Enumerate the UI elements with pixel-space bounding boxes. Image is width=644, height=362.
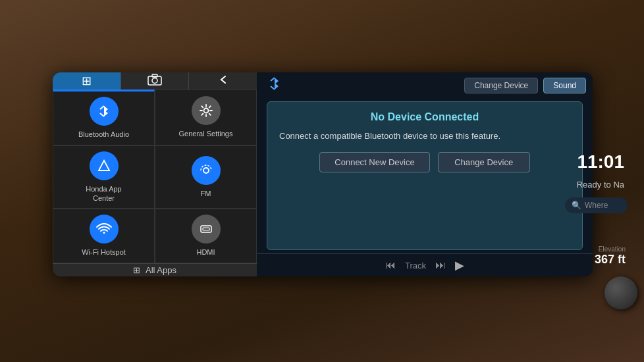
all-apps-label: All Apps xyxy=(146,265,176,275)
fm-icon xyxy=(192,156,221,185)
elevation-label: Elevation xyxy=(595,246,626,253)
dialog-body: Connect a compatible Bluetooth device to… xyxy=(279,130,570,143)
top-icon-row: ⊞ xyxy=(53,72,257,90)
screen-mirror-button[interactable]: ⊞ xyxy=(53,72,121,90)
menu-item-honda-app-center[interactable]: Honda AppCenter xyxy=(53,145,155,209)
bluetooth-audio-label: Bluetooth Audio xyxy=(78,130,129,139)
track-label: Track xyxy=(405,261,426,271)
wifi-hotspot-icon xyxy=(90,215,119,244)
main-content-panel: Change Device Sound No Device Connected … xyxy=(257,72,593,276)
volume-dial[interactable] xyxy=(604,276,637,309)
infotainment-screen: ⊞ xyxy=(53,72,593,276)
menu-grid: Bluetooth Audio General Settings Ho xyxy=(53,90,257,263)
all-apps-icon: ⊞ xyxy=(133,265,140,275)
menu-item-wifi-hotspot[interactable]: Wi-Fi Hotspot xyxy=(53,209,155,263)
change-device-button[interactable]: Change Device xyxy=(438,152,530,172)
wifi-hotspot-label: Wi-Fi Hotspot xyxy=(82,247,126,257)
hdmi-icon xyxy=(192,215,221,244)
svg-rect-6 xyxy=(203,228,209,230)
bluetooth-status-icon xyxy=(269,76,281,94)
next-track-button[interactable]: ⏭ xyxy=(435,259,446,271)
back-button[interactable] xyxy=(189,72,257,90)
all-apps-bar[interactable]: ⊞ All Apps xyxy=(53,263,257,276)
menu-item-bluetooth-audio[interactable]: Bluetooth Audio xyxy=(53,90,155,145)
general-settings-icon xyxy=(192,96,221,125)
dialog-title: No Device Connected xyxy=(279,111,570,123)
general-settings-label: General Settings xyxy=(179,129,233,138)
svg-point-1 xyxy=(152,78,157,83)
menu-item-general-settings[interactable]: General Settings xyxy=(155,90,257,145)
fm-label: FM xyxy=(201,189,211,198)
svg-point-3 xyxy=(203,109,208,113)
play-button[interactable]: ▶ xyxy=(455,258,464,272)
bluetooth-audio-icon xyxy=(90,97,119,126)
change-device-top-button[interactable]: Change Device xyxy=(464,78,538,93)
no-device-dialog: No Device Connected Connect a compatible… xyxy=(267,101,583,250)
hdmi-label: HDMI xyxy=(196,247,215,257)
camera-icon xyxy=(148,74,162,89)
elevation-display: Elevation 367 ft xyxy=(595,246,626,267)
prev-track-button[interactable]: ⏮ xyxy=(385,259,396,271)
elevation-value: 367 ft xyxy=(595,253,626,267)
track-bar: ⏮ Track ⏭ ▶ xyxy=(257,253,593,276)
main-top-bar: Change Device Sound xyxy=(257,72,593,98)
menu-item-fm[interactable]: FM xyxy=(155,145,257,209)
clock-display: 11:01 xyxy=(577,151,624,172)
svg-point-4 xyxy=(203,168,209,173)
back-icon xyxy=(216,74,230,89)
camera-button[interactable] xyxy=(121,72,190,90)
left-menu-panel: ⊞ xyxy=(53,72,257,276)
nav-search-bar[interactable]: 🔍 Where xyxy=(565,197,628,213)
connect-new-device-button[interactable]: Connect New Device xyxy=(319,152,429,172)
honda-app-label: Honda AppCenter xyxy=(86,184,121,203)
honda-app-icon xyxy=(90,151,119,180)
menu-item-hdmi[interactable]: HDMI xyxy=(155,209,257,263)
screen-mirror-icon: ⊞ xyxy=(82,74,92,88)
sound-top-button[interactable]: Sound xyxy=(543,78,586,93)
dialog-buttons: Connect New Device Change Device xyxy=(279,152,570,172)
nav-search-placeholder: Where xyxy=(585,201,608,210)
svg-rect-5 xyxy=(201,226,211,232)
search-icon: 🔍 xyxy=(572,201,581,210)
svg-rect-2 xyxy=(152,74,157,77)
ready-to-nav-label: Ready to Na xyxy=(577,180,624,190)
